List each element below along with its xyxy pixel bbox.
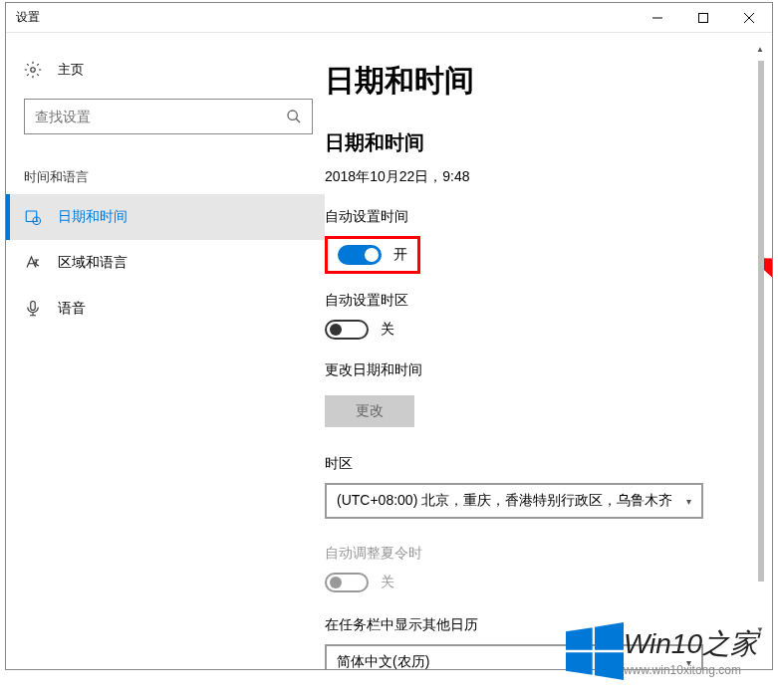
sidebar-section-title: 时间和语言 <box>6 134 325 194</box>
calendar-clock-icon <box>24 208 42 226</box>
sidebar-item-datetime[interactable]: 日期和时间 <box>6 194 325 240</box>
dst-toggle <box>325 573 369 592</box>
auto-tz-label: 自动设置时区 <box>325 292 742 310</box>
timezone-select[interactable]: (UTC+08:00) 北京，重庆，香港特别行政区，乌鲁木齐 ▾ <box>325 483 703 519</box>
timezone-value: (UTC+08:00) 北京，重庆，香港特别行政区，乌鲁木齐 <box>337 492 672 510</box>
auto-time-toggle[interactable] <box>338 245 382 265</box>
dst-state: 关 <box>381 574 394 591</box>
window-title: 设置 <box>6 9 635 26</box>
search-icon <box>286 109 302 124</box>
auto-time-state: 开 <box>393 246 407 264</box>
svg-marker-11 <box>566 627 593 650</box>
watermark-url: www.win10xitong.com <box>624 663 758 677</box>
microphone-icon <box>24 300 42 318</box>
other-calendar-value: 简体中文(农历) <box>337 653 429 669</box>
home-link[interactable]: 主页 <box>6 53 325 87</box>
search-input[interactable] <box>35 109 286 124</box>
windows-logo-icon <box>566 622 624 680</box>
timezone-label: 时区 <box>325 455 742 473</box>
watermark: Win10之家 www.win10xitong.com <box>566 622 758 680</box>
change-datetime-label: 更改日期和时间 <box>325 361 742 379</box>
change-button[interactable]: 更改 <box>325 395 414 427</box>
scroll-up-icon[interactable]: ▲ <box>756 45 766 55</box>
titlebar: 设置 <box>6 3 772 33</box>
svg-rect-9 <box>31 302 36 311</box>
close-button[interactable] <box>726 3 772 33</box>
auto-tz-state: 关 <box>381 321 394 339</box>
chevron-down-icon: ▾ <box>686 496 691 507</box>
auto-tz-toggle[interactable] <box>325 320 369 340</box>
search-input-wrapper[interactable] <box>24 99 313 134</box>
svg-line-6 <box>296 118 300 122</box>
sidebar-item-speech[interactable]: 语音 <box>6 286 325 332</box>
watermark-title: Win10之家 <box>624 625 758 663</box>
main-panel: 日期和时间 日期和时间 2018年10月22日，9:48 自动设置时间 开 自动… <box>325 33 772 669</box>
svg-rect-7 <box>26 211 37 222</box>
current-datetime: 2018年10月22日，9:48 <box>325 168 742 186</box>
sidebar: 主页 时间和语言 日期和时间 区域和语言 语音 <box>6 33 325 669</box>
sidebar-item-label: 区域和语言 <box>58 254 128 272</box>
gear-icon <box>24 61 42 79</box>
svg-point-4 <box>31 68 36 73</box>
svg-marker-13 <box>566 652 593 675</box>
svg-rect-1 <box>699 13 708 22</box>
svg-marker-12 <box>595 622 624 650</box>
page-title: 日期和时间 <box>325 61 742 102</box>
svg-point-5 <box>288 111 297 119</box>
sidebar-item-label: 日期和时间 <box>58 208 128 226</box>
auto-time-label: 自动设置时间 <box>325 208 742 226</box>
section-subtitle: 日期和时间 <box>325 129 742 156</box>
language-icon <box>24 254 42 272</box>
auto-time-highlight: 开 <box>325 236 420 274</box>
scrollbar[interactable] <box>758 61 764 639</box>
maximize-button[interactable] <box>680 3 726 33</box>
dst-label: 自动调整夏令时 <box>325 545 742 563</box>
annotation-arrow <box>763 257 772 297</box>
minimize-button[interactable] <box>635 3 680 33</box>
sidebar-item-region-language[interactable]: 区域和语言 <box>6 240 325 286</box>
home-label: 主页 <box>58 61 84 79</box>
svg-marker-14 <box>595 652 624 680</box>
sidebar-item-label: 语音 <box>58 300 86 318</box>
